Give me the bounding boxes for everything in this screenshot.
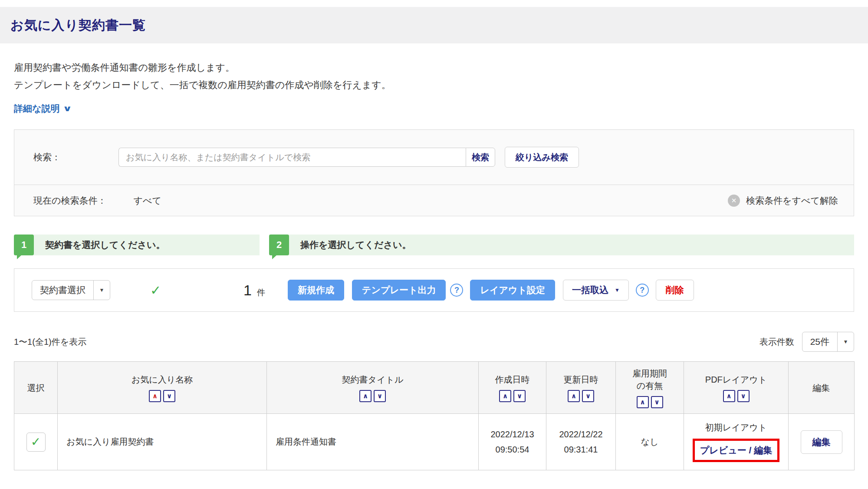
caret-down-icon[interactable]: ▼ [93, 281, 110, 300]
red-highlight-box: プレビュー / 編集 [693, 439, 779, 462]
header-created-at: 作成日時 ∧ ∨ [479, 362, 546, 414]
clear-all-conditions[interactable]: ✕ 検索条件をすべて解除 [728, 195, 838, 207]
cell-contract-title: 雇用条件通知書 [267, 414, 479, 470]
per-page-dropdown[interactable]: 25件 ▼ [802, 332, 854, 352]
sort-desc-icon[interactable]: ∨ [163, 390, 175, 402]
search-input-group: 検索 [118, 148, 495, 167]
cell-pdf-layout: 初期レイアウト プレビュー / 編集 [684, 414, 789, 470]
header-updated-at-label: 更新日時 [564, 373, 598, 386]
table-row: ✓ お気に入り雇用契約書 雇用条件通知書 2022/12/13 09:50:54… [14, 414, 855, 470]
step-1-badge: 1 [14, 235, 34, 255]
sort-asc-icon[interactable]: ∧ [723, 390, 735, 402]
edit-button[interactable]: 編集 [801, 430, 842, 454]
close-icon[interactable]: ✕ [728, 195, 740, 207]
create-new-button[interactable]: 新規作成 [288, 280, 344, 301]
help-icon[interactable]: ? [636, 284, 649, 297]
current-conditions-value: すべて [134, 195, 161, 207]
template-export-button[interactable]: テンプレート出力 [352, 280, 446, 301]
cell-created-at: 2022/12/13 09:50:54 [479, 414, 546, 470]
caret-down-icon: ▼ [615, 287, 620, 293]
header-pdf-layout: PDFレイアウト ∧ ∨ [684, 362, 789, 414]
step-1-bar: 1 契約書を選択してください。 [14, 235, 260, 255]
header-select-label: 選択 [27, 382, 45, 394]
header-employment-period: 雇用期間 の有無 ∧ ∨ [616, 362, 684, 414]
header-edit: 編集 [789, 362, 855, 414]
header-edit-label: 編集 [813, 382, 830, 394]
step-1-label: 契約書を選択してください。 [45, 239, 165, 251]
header-pdf-layout-label: PDFレイアウト [705, 373, 767, 386]
check-icon: ✓ [31, 435, 41, 449]
list-meta-row: 1〜1(全1)件を表示 表示件数 25件 ▼ [14, 332, 854, 352]
row-checkbox[interactable]: ✓ [26, 433, 46, 452]
header-contract-title-label: 契約書タイトル [342, 373, 404, 386]
header-select: 選択 [14, 362, 58, 414]
detail-description-link[interactable]: 詳細な説明 [14, 102, 60, 115]
step-bars: 1 契約書を選択してください。 2 操作を選択してください。 [14, 235, 854, 255]
cell-favorite-name: お気に入り雇用契約書 [58, 414, 267, 470]
sort-desc-icon[interactable]: ∨ [582, 390, 594, 402]
cell-edit: 編集 [789, 414, 855, 470]
sort-asc-icon[interactable]: ∧ [637, 396, 649, 408]
selected-count-unit: 件 [257, 287, 265, 298]
contract-select-label: 契約書選択 [32, 281, 93, 300]
search-row: 検索： 検索 絞り込み検索 [14, 130, 854, 185]
intro-line-2: テンプレートをダウンロードして、一括で複数の雇用契約書の作成や削除を行えます。 [14, 76, 854, 94]
sort-desc-icon[interactable]: ∨ [513, 390, 526, 402]
bulk-import-label: 一括取込 [572, 284, 608, 296]
intro-line-1: 雇用契約書や労働条件通知書の雛形を作成します。 [14, 59, 854, 76]
clear-all-conditions-label: 検索条件をすべて解除 [746, 195, 838, 207]
search-button[interactable]: 検索 [466, 148, 495, 167]
per-page-value: 25件 [802, 332, 837, 351]
step-2-badge: 2 [269, 235, 289, 255]
selection-check-icon: ✓ [150, 283, 161, 298]
search-panel: 検索： 検索 絞り込み検索 現在の検索条件： すべて ✕ 検索条件をすべて解除 [14, 129, 854, 216]
header-updated-at: 更新日時 ∧ ∨ [546, 362, 616, 414]
current-conditions-row: 現在の検索条件： すべて ✕ 検索条件をすべて解除 [14, 185, 854, 216]
delete-button[interactable]: 削除 [656, 280, 694, 301]
step-2-bar: 2 操作を選択してください。 [269, 235, 854, 255]
result-range-text: 1〜1(全1)件を表示 [14, 336, 86, 348]
action-buttons: 新規作成 テンプレート出力 ? レイアウト設定 一括取込 ▼ ? 削除 [288, 280, 694, 301]
sort-desc-icon[interactable]: ∨ [374, 390, 386, 402]
favorites-table: 選択 お気に入り名称 ∧ ∨ 契約書タイトル ∧ ∨ [14, 361, 855, 470]
header-contract-title: 契約書タイトル ∧ ∨ [267, 362, 479, 414]
search-input[interactable] [118, 148, 466, 167]
intro-text: 雇用契約書や労働条件通知書の雛形を作成します。 テンプレートをダウンロードして、… [14, 59, 854, 94]
cell-employment-period: なし [616, 414, 684, 470]
cell-select: ✓ [14, 414, 58, 470]
header-employment-period-label: 雇用期間 の有無 [632, 367, 667, 392]
sort-asc-icon[interactable]: ∧ [149, 390, 161, 402]
bulk-import-dropdown[interactable]: 一括取込 ▼ [563, 280, 629, 301]
selected-count: 1 件 [243, 282, 270, 299]
layout-settings-button[interactable]: レイアウト設定 [470, 280, 555, 301]
per-page-control: 表示件数 25件 ▼ [760, 332, 854, 352]
sort-asc-icon[interactable]: ∧ [359, 390, 372, 402]
selected-count-number: 1 [243, 282, 252, 299]
per-page-label: 表示件数 [760, 336, 794, 348]
header-created-at-label: 作成日時 [495, 373, 530, 386]
sort-asc-icon[interactable]: ∧ [499, 390, 511, 402]
contract-select-dropdown[interactable]: 契約書選択 ▼ [32, 280, 110, 300]
help-icon[interactable]: ? [450, 284, 463, 297]
current-conditions-label: 現在の検索条件： [33, 195, 107, 207]
sort-desc-icon[interactable]: ∨ [737, 390, 750, 402]
header-favorite-name-label: お気に入り名称 [132, 373, 193, 386]
advanced-search-button[interactable]: 絞り込み検索 [505, 147, 579, 168]
action-panel: 契約書選択 ▼ ✓ 1 件 新規作成 テンプレート出力 ? レイアウト設定 一括… [14, 268, 854, 312]
header-favorite-name: お気に入り名称 ∧ ∨ [58, 362, 267, 414]
table-header-row: 選択 お気に入り名称 ∧ ∨ 契約書タイトル ∧ ∨ [14, 362, 855, 414]
search-label: 検索： [33, 151, 118, 163]
sort-desc-icon[interactable]: ∨ [651, 396, 663, 408]
title-band: お気に入り契約書一覧 [0, 7, 868, 43]
caret-down-icon[interactable]: ▼ [837, 332, 854, 351]
chevron-down-icon: ∨ [62, 104, 72, 113]
step-2-label: 操作を選択してください。 [300, 239, 411, 251]
pdf-layout-value: 初期レイアウト [705, 422, 767, 433]
cell-updated-at: 2022/12/22 09:31:41 [546, 414, 616, 470]
preview-edit-link[interactable]: プレビュー / 編集 [700, 445, 772, 455]
detail-link-row[interactable]: 詳細な説明 ∨ [14, 102, 854, 115]
selection-zone: 契約書選択 ▼ ✓ 1 件 [32, 280, 270, 300]
sort-asc-icon[interactable]: ∧ [568, 390, 580, 402]
page-title: お気に入り契約書一覧 [10, 17, 146, 34]
